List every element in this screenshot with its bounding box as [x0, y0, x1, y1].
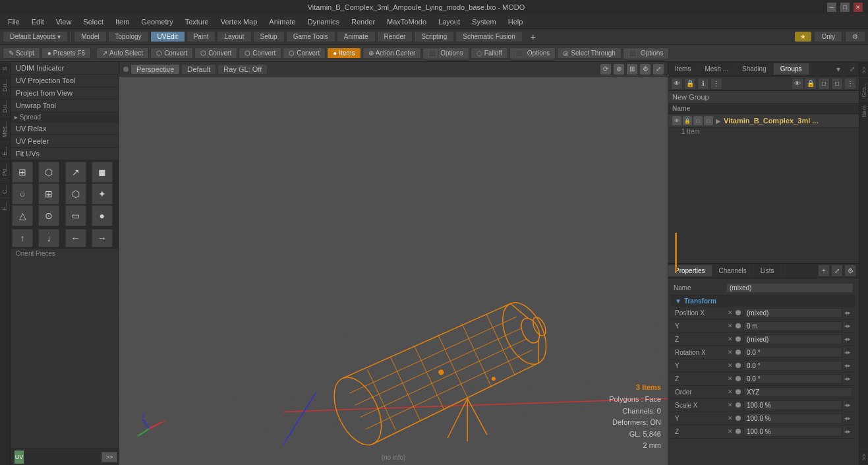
rt-lock-icon[interactable]: 🔒 — [684, 78, 696, 90]
tab-render[interactable]: Render — [377, 31, 413, 42]
arrow-right[interactable]: → — [92, 229, 113, 247]
convert3-btn[interactable]: ⬡ Convert — [239, 47, 281, 59]
vtab-po[interactable]: Po... — [0, 159, 10, 180]
tool-icon-9[interactable]: △ — [12, 205, 33, 226]
rot-x-value[interactable]: 0.0 ° — [743, 348, 842, 357]
rtab-groups[interactable]: Groups — [774, 63, 809, 75]
scale-y-lock[interactable]: ✕ — [728, 415, 733, 421]
uv-tab[interactable]: UV — [14, 450, 24, 464]
options1-btn[interactable]: Options — [422, 47, 469, 59]
tab-gametools[interactable]: Game Tools — [286, 31, 335, 42]
menu-dynamics[interactable]: Dynamics — [303, 16, 345, 27]
perspective-label[interactable]: Perspective — [131, 65, 179, 74]
menu-system[interactable]: System — [467, 16, 502, 27]
arrow-down[interactable]: ↓ — [38, 229, 59, 247]
convert1-btn[interactable]: ⬡ Convert — [150, 47, 193, 59]
menu-layout[interactable]: Layout — [433, 16, 465, 27]
items-btn[interactable]: ● Items — [327, 47, 361, 59]
viewport-icon-settings[interactable]: ⚙ — [640, 64, 651, 75]
tab-animate[interactable]: Animate — [337, 31, 376, 42]
menu-maxtomodo[interactable]: MaxToModo — [382, 16, 432, 27]
rot-z-lock[interactable]: ✕ — [728, 375, 733, 382]
rside-groups[interactable]: Gro... — [859, 78, 869, 102]
menu-geometry[interactable]: Geometry — [136, 16, 178, 27]
order-value[interactable]: XYZ — [743, 387, 852, 397]
rot-x-lock[interactable]: ✕ — [728, 349, 733, 356]
transform-section[interactable]: ▼ Transform — [671, 295, 856, 307]
add-tab-btn[interactable]: + — [524, 30, 542, 44]
viewport-canvas[interactable]: 3 Items Polygons : Face Channels: 0 Defo… — [119, 77, 668, 465]
tool-fit-uvs[interactable]: Fit UVs — [11, 148, 119, 160]
viewport-icon-expand[interactable]: ⤢ — [653, 64, 664, 75]
vtab-du1[interactable]: Du... — [0, 75, 10, 96]
convert2-btn[interactable]: ⬡ Convert — [194, 47, 237, 59]
menu-help[interactable]: Help — [503, 16, 529, 27]
action-center-btn[interactable]: ⊕ Action Center — [362, 47, 422, 59]
select-through-btn[interactable]: ◎ Select Through — [557, 47, 622, 59]
viewport[interactable]: Perspective Default Ray GL: Off ⟳ ⊕ ⊞ ⚙ … — [119, 62, 668, 465]
viewport-icon-grid[interactable]: ⊞ — [627, 64, 637, 75]
rbtab-channels[interactable]: Channels — [712, 265, 754, 276]
tab-model[interactable]: Model — [74, 31, 106, 42]
pos-z-lock[interactable]: ✕ — [728, 336, 733, 342]
tab-topology[interactable]: Topology — [108, 31, 149, 42]
props-settings-btn[interactable]: ⚙ — [844, 264, 856, 276]
minimize-button[interactable]: ─ — [827, 3, 836, 12]
scale-z-lock[interactable]: ✕ — [728, 428, 733, 435]
tab-layout[interactable]: Layout — [217, 31, 251, 42]
rot-y-value[interactable]: 0.0 ° — [743, 361, 842, 371]
add-group-tab-btn[interactable]: ▾ — [831, 63, 846, 76]
tab-schematic[interactable]: Schematic Fusion — [455, 31, 522, 42]
vtab-c[interactable]: C... — [0, 180, 10, 198]
scale-x-lock[interactable]: ✕ — [728, 402, 733, 408]
viewport-icon-search[interactable]: ⊕ — [614, 64, 624, 75]
default-layouts-btn[interactable]: Default Layouts ▾ — [3, 31, 68, 42]
tool-project-from-view[interactable]: Project from View — [11, 87, 119, 100]
item-row-main[interactable]: 👁 🔒 □ □ ▶ Vitamin_B_Complex_3ml ... — [668, 114, 859, 128]
options1-checkbox[interactable] — [428, 49, 436, 57]
rt-lock2-icon[interactable]: 🔒 — [805, 78, 817, 90]
vtab-f[interactable]: F... — [0, 198, 10, 214]
rt-more-icon[interactable]: ⋮ — [710, 78, 722, 90]
tool-uv-peeler[interactable]: UV Peeler — [11, 135, 119, 148]
viewport-icon-rotate[interactable]: ⟳ — [600, 64, 611, 75]
pos-x-lock[interactable]: ✕ — [728, 309, 733, 316]
pos-y-lock[interactable]: ✕ — [728, 323, 733, 329]
tool-icon-1[interactable]: ⊞ — [12, 162, 33, 183]
menu-file[interactable]: File — [3, 16, 25, 27]
tool-udim-indicator[interactable]: UDIM Indicator — [11, 62, 119, 75]
tab-uvedit[interactable]: UVEdit — [150, 31, 185, 42]
rt-eye2-icon[interactable]: 👁 — [792, 78, 803, 90]
vtab-e[interactable]: E... — [0, 142, 10, 160]
rt-sq2-icon[interactable]: □ — [831, 78, 843, 90]
arrow-up[interactable]: ↑ — [12, 229, 33, 247]
settings-btn[interactable]: ⚙ — [845, 31, 865, 42]
rot-y-lock[interactable]: ✕ — [728, 362, 733, 369]
tab-scripting[interactable]: Scripting — [414, 31, 454, 42]
options2-checkbox[interactable] — [515, 49, 523, 57]
tool-icon-4[interactable]: ◼ — [92, 162, 113, 183]
rtab-shading[interactable]: Shading — [736, 63, 774, 75]
tool-icon-10[interactable]: ⊙ — [38, 205, 59, 226]
tool-uv-projection[interactable]: UV Projection Tool — [11, 75, 119, 87]
rbtab-lists[interactable]: Lists — [754, 265, 782, 276]
default-label[interactable]: Default — [182, 65, 216, 74]
rot-z-value[interactable]: 0.0 ° — [743, 374, 842, 384]
menu-animate[interactable]: Animate — [264, 16, 301, 27]
tool-icon-11[interactable]: ▭ — [65, 205, 86, 226]
sculpt-btn[interactable]: ✎ Sculpt — [3, 47, 40, 59]
item-lock-sm[interactable]: 🔒 — [683, 116, 692, 125]
vtab-du2[interactable]: Du... — [0, 96, 10, 117]
menu-item[interactable]: Item — [110, 16, 134, 27]
tool-unwrap[interactable]: Unwrap Tool — [11, 100, 119, 112]
order-lock[interactable]: ✕ — [728, 388, 733, 395]
props-add-btn[interactable]: + — [818, 264, 830, 276]
rside-item[interactable]: Item — [859, 101, 869, 121]
options3-btn[interactable]: Options — [623, 47, 669, 59]
item-eye-sm[interactable]: 👁 — [672, 116, 681, 125]
menu-texture[interactable]: Texture — [180, 16, 214, 27]
tool-icon-6[interactable]: ⊞ — [38, 183, 59, 204]
options2-btn[interactable]: Options — [509, 47, 556, 59]
auto-select-btn[interactable]: ↗ Auto Select — [96, 47, 149, 59]
rt-more2-icon[interactable]: ⋮ — [844, 78, 856, 90]
